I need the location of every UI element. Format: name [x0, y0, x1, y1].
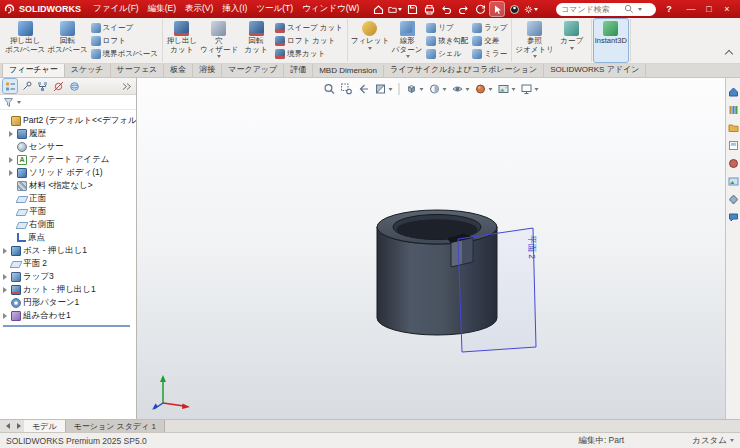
shell-button[interactable]: シェル [424, 47, 470, 60]
swept-cut-button[interactable]: スイープ カット [273, 21, 345, 34]
view-settings-button[interactable] [520, 82, 540, 96]
menu-tools[interactable]: ツール(T) [252, 2, 297, 16]
edit-appearance-button[interactable] [474, 82, 494, 96]
expand-arrow-icon[interactable] [8, 156, 15, 163]
view-orientation-button[interactable] [405, 82, 425, 96]
tab-markup[interactable]: マークアップ [222, 63, 284, 77]
lofted-boss-button[interactable]: ロフト [89, 34, 160, 47]
tab-evaluate[interactable]: 評価 [284, 63, 313, 77]
model-tab[interactable]: モデル [24, 420, 66, 432]
tree-item-circular-pattern1[interactable]: 円形パターン1 [0, 296, 136, 309]
configurationmanager-tab[interactable] [35, 79, 49, 93]
tab-mbd-dimension[interactable]: MBD Dimension [313, 65, 384, 77]
apply-scene-button[interactable] [497, 82, 517, 96]
rollback-bar[interactable] [3, 325, 130, 327]
tab-scroll-left-button[interactable] [2, 420, 13, 432]
linear-pattern-button[interactable]: 線形パターン [390, 19, 424, 62]
tree-item-origin[interactable]: 原点 [0, 231, 136, 244]
search-scope-caret-icon[interactable] [638, 8, 642, 11]
open-file-button[interactable] [388, 2, 402, 16]
section-view-button[interactable] [374, 82, 394, 96]
mirror-button[interactable]: ミラー [470, 47, 509, 60]
tree-item-front-plane[interactable]: 正面 [0, 192, 136, 205]
draft-button[interactable]: 抜き勾配 [424, 34, 470, 47]
boundary-boss-button[interactable]: 境界ボス/ベース [89, 47, 160, 60]
tree-item-top-plane[interactable]: 平面 [0, 205, 136, 218]
view-palette-icon[interactable] [728, 140, 739, 151]
tree-item-solid-bodies[interactable]: ソリッド ボディ(1) [0, 166, 136, 179]
tree-item-right-plane[interactable]: 右側面 [0, 218, 136, 231]
menu-view[interactable]: 表示(V) [181, 2, 217, 16]
display-style-button[interactable] [428, 82, 448, 96]
tree-item-wrap3[interactable]: ラップ3 [0, 270, 136, 283]
fillet-button[interactable]: フィレット [350, 19, 390, 62]
save-button[interactable] [405, 2, 419, 16]
tab-surfaces[interactable]: サーフェス [111, 63, 165, 77]
tab-scroll-right-button[interactable] [13, 420, 24, 432]
expand-arrow-icon[interactable] [2, 286, 9, 293]
manager-overflow-chevron-icon[interactable] [119, 79, 133, 93]
tree-item-sensors[interactable]: センサー [0, 140, 136, 153]
tree-item-plane2[interactable]: 平面 2 [0, 257, 136, 270]
expand-arrow-icon[interactable] [8, 130, 15, 137]
command-search-box[interactable] [556, 3, 656, 16]
command-search-input[interactable] [561, 5, 621, 14]
collapse-ribbon-icon[interactable] [725, 50, 733, 58]
selection-filter-button[interactable] [507, 2, 521, 16]
scenes-icon[interactable] [728, 176, 739, 187]
tab-solidworks-addins[interactable]: SOLIDWORKS アドイン [544, 63, 646, 77]
tab-features[interactable]: フィーチャー [2, 62, 65, 77]
displaymanager-tab[interactable] [67, 79, 81, 93]
expand-arrow-icon[interactable] [2, 247, 9, 254]
hole-wizard-button[interactable]: 穴ウィザード [199, 19, 239, 62]
forum-icon[interactable] [728, 212, 739, 223]
expand-arrow-icon[interactable] [8, 169, 15, 176]
menu-insert[interactable]: 挿入(I) [218, 2, 251, 16]
boundary-cut-button[interactable]: 境界カット [273, 47, 345, 60]
appearances-icon[interactable] [728, 158, 739, 169]
instant3d-button[interactable]: Instant3D [594, 19, 628, 62]
tab-sheet-metal[interactable]: 板金 [164, 63, 193, 77]
hide-show-items-button[interactable] [451, 82, 471, 96]
solidworks-resources-icon[interactable] [728, 86, 739, 97]
minimize-button[interactable]: — [682, 1, 700, 17]
tab-weldments[interactable]: 溶接 [193, 63, 222, 77]
extruded-cut-button[interactable]: 押し出しカット [165, 19, 199, 62]
file-explorer-icon[interactable] [728, 122, 739, 133]
zoom-to-area-button[interactable] [340, 82, 354, 96]
propertymanager-tab[interactable] [19, 79, 33, 93]
filter-caret-icon[interactable] [17, 101, 21, 104]
options-gear-button[interactable] [524, 2, 538, 16]
lofted-cut-button[interactable]: ロフト カット [273, 34, 345, 47]
wrap-button[interactable]: ラップ [470, 21, 509, 34]
zoom-to-fit-button[interactable] [323, 82, 337, 96]
tree-item-combine1[interactable]: 組み合わせ1 [0, 309, 136, 322]
tab-lifecycle-collaboration[interactable]: ライフサイクルおよびコラボレーション [384, 63, 544, 77]
intersect-button[interactable]: 交差 [470, 34, 509, 47]
close-button[interactable]: × [718, 1, 736, 17]
filter-funnel-icon[interactable] [3, 97, 14, 108]
unit-system-dropdown[interactable]: カスタム [692, 435, 734, 447]
tree-item-part-root[interactable]: Part2 (デフォルト<<デフォルト>_表示状態 1) [0, 114, 136, 127]
expand-arrow-icon[interactable] [2, 273, 9, 280]
sketch-plane[interactable] [458, 228, 536, 352]
expand-arrow-icon[interactable] [2, 312, 9, 319]
tree-item-annotations[interactable]: アノテート アイテム [0, 153, 136, 166]
custom-properties-icon[interactable] [728, 194, 739, 205]
3d-model-viewport[interactable]: 平面 2 [267, 173, 607, 419]
select-tool-button[interactable] [490, 2, 504, 16]
swept-boss-button[interactable]: スイープ [89, 21, 160, 34]
help-button[interactable]: ? [662, 4, 676, 14]
tab-sketch[interactable]: スケッチ [65, 63, 111, 77]
home-button[interactable] [371, 2, 385, 16]
extruded-boss-base-button[interactable]: 押し出しボス/ベース [4, 19, 46, 62]
tree-item-material[interactable]: 材料 <指定なし> [0, 179, 136, 192]
rib-button[interactable]: リブ [424, 21, 470, 34]
tree-item-boss-extrude1[interactable]: ボス - 押し出し1 [0, 244, 136, 257]
tree-item-history[interactable]: 履歴 [0, 127, 136, 140]
redo-button[interactable] [456, 2, 470, 16]
design-library-icon[interactable] [728, 104, 739, 115]
revolved-cut-button[interactable]: 回転カット [239, 19, 273, 62]
undo-button[interactable] [439, 2, 453, 16]
menu-edit[interactable]: 編集(E) [144, 2, 180, 16]
